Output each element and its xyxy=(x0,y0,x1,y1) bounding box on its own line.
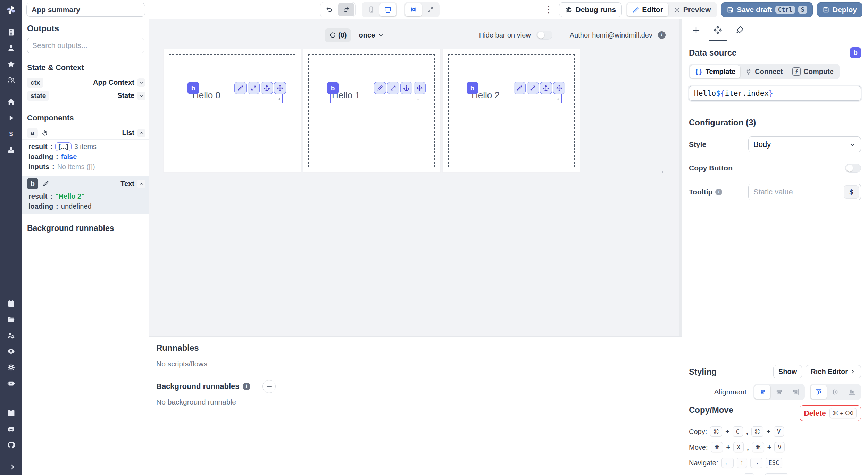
variables-dollar-icon[interactable] xyxy=(0,126,22,142)
expand-sidebar-arrow-icon[interactable] xyxy=(0,459,22,475)
align-center-h-button[interactable] xyxy=(771,385,787,399)
chevron-down-icon[interactable] xyxy=(137,92,145,100)
edit-pencil-icon[interactable] xyxy=(514,82,526,94)
fullscreen-button[interactable] xyxy=(422,3,439,16)
info-icon[interactable]: i xyxy=(715,189,722,195)
move-icon[interactable] xyxy=(414,82,426,94)
rich-editor-button[interactable]: Rich Editor xyxy=(806,365,861,378)
save-draft-button[interactable]: Save draft Ctrl S xyxy=(721,2,813,17)
add-background-runnable-button[interactable] xyxy=(262,380,276,393)
align-left-button[interactable] xyxy=(754,385,770,399)
template-code-input[interactable]: Hello ${iter.index} xyxy=(689,86,861,101)
discord-icon[interactable] xyxy=(0,421,22,437)
list-card[interactable]: b Hello 0 xyxy=(163,49,301,173)
expand-icon[interactable] xyxy=(387,82,399,94)
component-badge: b xyxy=(467,82,478,94)
text-component[interactable]: b Hello 1 xyxy=(330,88,422,103)
a-result-row[interactable]: result: [...] 3 items xyxy=(22,142,149,152)
undo-button[interactable] xyxy=(321,3,338,16)
refresh-count-button[interactable]: (0) xyxy=(325,28,351,42)
home-icon[interactable] xyxy=(0,94,22,110)
schedules-calendar-icon[interactable] xyxy=(0,295,22,311)
component-settings-tab[interactable] xyxy=(713,19,723,41)
app-canvas[interactable]: (0) once Hide bar on view Author henri@w… xyxy=(149,19,682,336)
copy-button-toggle[interactable] xyxy=(845,164,861,173)
favorites-star-icon[interactable] xyxy=(0,56,22,72)
align-middle-button[interactable] xyxy=(827,385,843,399)
delete-component-button[interactable]: Delete ⌘ + ⌫ xyxy=(800,405,861,421)
windmill-logo-icon[interactable] xyxy=(6,5,16,15)
b-result-row: result: "Hello 2" xyxy=(22,191,149,201)
github-icon[interactable] xyxy=(0,437,22,453)
deploy-button[interactable]: Deploy xyxy=(817,2,862,17)
anchor-icon[interactable] xyxy=(540,82,552,94)
styling-brush-tab[interactable] xyxy=(735,19,744,41)
anchor-icon[interactable] xyxy=(400,82,412,94)
insert-component-tab[interactable] xyxy=(692,19,701,41)
tab-connect[interactable]: Connect xyxy=(740,65,787,78)
expand-icon[interactable] xyxy=(527,82,539,94)
workspace-icon[interactable] xyxy=(0,24,22,40)
resize-handle-icon[interactable] xyxy=(416,96,421,102)
docs-book-icon[interactable] xyxy=(0,405,22,421)
audit-eye-icon[interactable] xyxy=(0,343,22,359)
folders-icon[interactable] xyxy=(0,311,22,327)
more-menu-icon[interactable]: ⋮ xyxy=(543,4,555,15)
chevron-down-icon[interactable] xyxy=(137,78,145,87)
list-card[interactable]: b Hello 1 xyxy=(303,49,441,173)
text-component[interactable]: b Hello 0 xyxy=(191,88,283,103)
align-bottom-button[interactable] xyxy=(844,385,860,399)
tooltip-input[interactable]: Static value $ xyxy=(748,184,861,200)
list-card[interactable]: b Hello 2 xyxy=(442,49,580,173)
info-icon[interactable]: i xyxy=(658,31,666,39)
pencil-icon[interactable] xyxy=(42,180,49,187)
dynamic-value-button[interactable]: $ xyxy=(844,185,859,199)
resize-handle-icon[interactable] xyxy=(276,96,282,102)
move-icon[interactable] xyxy=(553,82,565,94)
desktop-view-button[interactable] xyxy=(379,3,396,16)
component-a-row[interactable]: a List xyxy=(22,126,149,140)
state-row[interactable]: state State xyxy=(22,89,149,102)
info-icon[interactable]: i xyxy=(243,383,250,390)
hand-pointer-icon[interactable] xyxy=(41,130,48,136)
canvas-scrollbar[interactable] xyxy=(679,19,682,336)
ai-bot-icon[interactable] xyxy=(0,375,22,391)
settings-gear-icon[interactable] xyxy=(0,359,22,375)
resize-handle-icon[interactable] xyxy=(556,96,561,102)
array-collapsed-chip[interactable]: [...] xyxy=(55,142,72,151)
hide-bar-toggle[interactable] xyxy=(536,31,552,40)
center-layout-button[interactable] xyxy=(405,3,422,16)
show-styling-button[interactable]: Show xyxy=(773,365,802,378)
mobile-view-button[interactable] xyxy=(363,3,379,16)
align-right-button[interactable] xyxy=(788,385,804,399)
redo-button[interactable] xyxy=(338,3,354,16)
chevron-up-icon[interactable] xyxy=(137,180,145,188)
edit-pencil-icon[interactable] xyxy=(234,82,247,94)
move-icon[interactable] xyxy=(274,82,286,94)
schedule-dropdown[interactable]: once xyxy=(359,31,384,39)
tab-template[interactable]: {} Template xyxy=(690,65,740,78)
edit-pencil-icon[interactable] xyxy=(374,82,386,94)
tab-editor[interactable]: Editor xyxy=(627,3,668,16)
chevron-up-icon[interactable] xyxy=(137,129,145,137)
workers-user-cog-icon[interactable] xyxy=(0,327,22,343)
ctx-row[interactable]: ctx App Context xyxy=(22,76,149,89)
user-icon[interactable] xyxy=(0,40,22,56)
expand-icon[interactable] xyxy=(248,82,260,94)
move-shortcut-row: Move: ⌘ + X , ⌘ + V xyxy=(689,442,861,452)
grid-resize-handle-icon[interactable] xyxy=(659,169,665,175)
resources-cubes-icon[interactable] xyxy=(0,142,22,158)
groups-icon[interactable] xyxy=(0,72,22,88)
search-outputs-input[interactable] xyxy=(27,38,144,53)
style-select[interactable]: Body xyxy=(748,136,861,152)
runs-play-icon[interactable] xyxy=(0,110,22,126)
app-summary-input[interactable] xyxy=(26,3,145,17)
text-component[interactable]: b Hello 2 xyxy=(470,88,562,103)
align-top-button[interactable] xyxy=(811,385,827,399)
anchor-icon[interactable] xyxy=(261,82,273,94)
tab-preview[interactable]: Preview xyxy=(668,3,716,16)
component-b-block[interactable]: b Text result: "Hello 2" loading: undefi… xyxy=(22,176,149,214)
tab-compute[interactable]: ƒ Compute xyxy=(787,65,838,78)
data-source-title: Data source xyxy=(689,48,736,58)
debug-runs-button[interactable]: Debug runs xyxy=(559,2,622,17)
